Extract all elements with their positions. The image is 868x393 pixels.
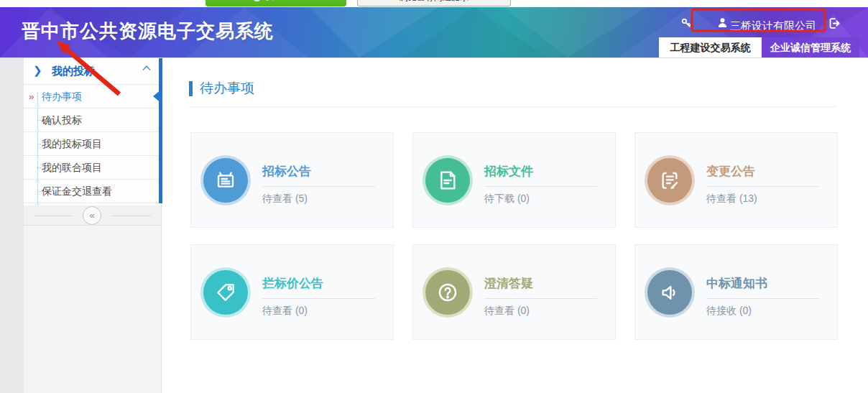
sidebar-rail: [0, 58, 24, 393]
sidebar-item-todo[interactable]: » 待办事项: [24, 85, 161, 108]
divider: [706, 298, 819, 299]
sidebar-item-label: 我的联合项目: [42, 162, 102, 173]
speaker-icon: [647, 270, 692, 315]
system-title: 晋中市公共资源电子交易系统: [22, 19, 274, 44]
card-title: 招标文件: [484, 163, 606, 180]
user-icon: [716, 17, 729, 29]
chevron-right-icon: ❯: [33, 64, 42, 77]
card-title: 中标通知书: [706, 275, 828, 292]
app-header: 晋中市公共资源电子交易系统 三桥设计有限公司 工程建设交易系统 企业诚信管理系统: [0, 7, 868, 57]
safe-exit-label: 安全退出: [266, 0, 300, 3]
page-title: 待办事项: [200, 79, 254, 98]
company-name[interactable]: 三桥设计有限公司: [730, 19, 816, 33]
card-title: 拦标价公告: [262, 275, 384, 292]
card-clarification[interactable]: 澄清答疑 待查看 (0): [412, 244, 616, 340]
sidebar-item-confirm-bid[interactable]: 确认投标: [24, 108, 161, 132]
clipboard-edit-icon: [647, 158, 692, 203]
browser-toolbar-strip: 安全退出 浏览器有问题提示: [0, 0, 868, 7]
divider: [484, 186, 597, 187]
sidebar-collapse-row: «: [24, 205, 161, 226]
card-bid-announcement[interactable]: 招标公告 待查看 (5): [190, 132, 394, 228]
document-icon: [425, 158, 470, 203]
sidebar-item-label: 保证金交退查看: [42, 185, 112, 197]
announcement-board-icon: [203, 158, 248, 203]
card-bid-documents[interactable]: 招标文件 待下载 (0): [412, 132, 616, 228]
browser-tip-button[interactable]: 浏览器有问题提示: [357, 0, 511, 6]
card-change-announcement[interactable]: 变更公告 待查看 (13): [634, 132, 838, 228]
heading-divider: [189, 106, 836, 107]
sidebar-item-label: 我的投标项目: [42, 138, 102, 149]
sidebar-item-my-joint-projects[interactable]: 我的联合项目: [24, 156, 161, 180]
sidebar-group-my-bids[interactable]: ❯ 我的投标: [24, 58, 161, 85]
divider: [262, 186, 375, 187]
card-title: 变更公告: [706, 163, 828, 180]
sidebar: ❯ 我的投标 » 待办事项 确认投标 我的投标项目 我的联合项目 保证金交退查看…: [24, 58, 162, 393]
card-title: 招标公告: [262, 163, 384, 180]
chevron-up-icon[interactable]: [141, 63, 152, 74]
card-status: 待查看 (13): [706, 193, 828, 205]
tab-construction-trading[interactable]: 工程建设交易系统: [659, 37, 762, 57]
price-tag-icon: [203, 270, 248, 315]
logout-icon[interactable]: [828, 17, 841, 29]
question-mark-icon: [425, 270, 470, 315]
card-price-limit-announcement[interactable]: 拦标价公告 待查看 (0): [190, 244, 394, 340]
sidebar-item-my-bid-projects[interactable]: 我的投标项目: [24, 132, 161, 156]
sidebar-item-label: 确认投标: [42, 114, 82, 126]
divider: [111, 216, 151, 216]
active-item-marker: »: [29, 85, 34, 108]
divider: [706, 186, 819, 187]
sidebar-group-label: 我的投标: [52, 65, 95, 78]
card-status: 待下载 (0): [484, 193, 606, 205]
main-content: 待办事项 招标公告 待查看 (5) 招标文件 待下载 (: [162, 58, 868, 393]
key-icon[interactable]: [680, 17, 693, 29]
divider: [262, 298, 375, 299]
sidebar-lower-area: [24, 226, 161, 393]
card-status: 待查看 (0): [262, 305, 384, 318]
card-status: 待查看 (5): [262, 193, 384, 205]
card-award-notice[interactable]: 中标通知书 待接收 (0): [634, 244, 838, 340]
sidebar-collapse-button[interactable]: «: [83, 206, 101, 225]
card-status: 待查看 (0): [484, 305, 606, 318]
card-status: 待接收 (0): [706, 305, 828, 318]
sidebar-item-deposit-query[interactable]: 保证金交退查看: [24, 180, 161, 203]
card-title: 澄清答疑: [484, 275, 606, 292]
tab-enterprise-credit[interactable]: 企业诚信管理系统: [762, 37, 859, 57]
sidebar-scrollbar[interactable]: [159, 58, 162, 203]
divider: [34, 216, 73, 216]
divider: [484, 298, 597, 299]
browser-tip-label: 浏览器有问题提示: [400, 0, 468, 4]
heading-accent-bar: [189, 81, 193, 96]
safe-exit-button[interactable]: 安全退出: [206, 0, 346, 6]
header-divider: [0, 57, 868, 58]
active-item-flag-icon: [153, 89, 162, 103]
check-icon: [252, 0, 262, 1]
sidebar-item-label: 待办事项: [42, 91, 82, 102]
